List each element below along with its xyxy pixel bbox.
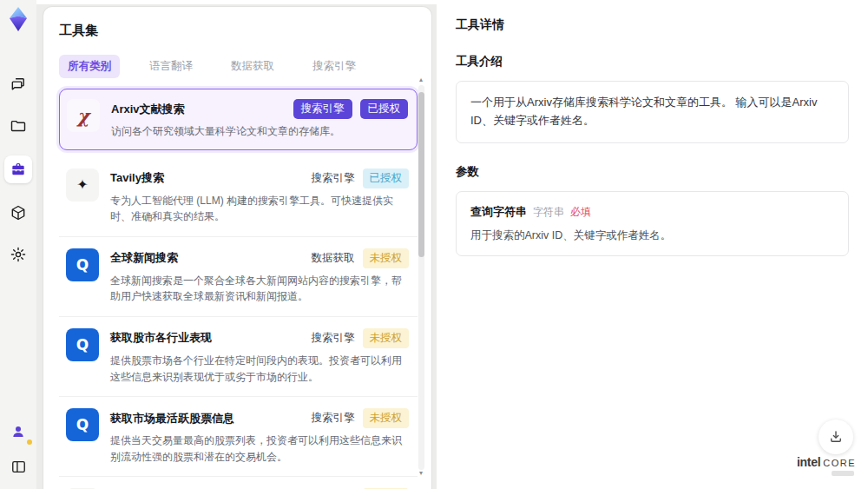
params-heading: 参数	[456, 164, 849, 180]
blueq-icon: Q	[66, 248, 99, 281]
param-box: 查询字符串 字符串 必填 用于搜索的Arxiv ID、关键字或作者姓名。	[456, 191, 849, 256]
tab-2[interactable]: 数据获取	[222, 55, 283, 78]
intro-text: 一个用于从Arxiv存储库搜索科学论文和文章的工具。 输入可以是Arxiv ID…	[470, 94, 834, 130]
tool-status-badge: 已授权	[363, 169, 410, 188]
tab-1[interactable]: 语言翻译	[141, 55, 201, 78]
tool-card[interactable]: ✦ Tavily搜索 搜索引擎 已授权 专为人工智能代理 (LLM) 构建的搜索…	[59, 157, 418, 237]
chat-icon[interactable]	[6, 72, 30, 96]
intro-heading: 工具介绍	[456, 54, 849, 69]
tool-status-badge: 未授权	[363, 248, 410, 268]
window-top-strip	[0, 0, 868, 4]
param-required-label: 必填	[570, 205, 591, 220]
cube-icon[interactable]	[6, 201, 30, 225]
folder-icon[interactable]	[6, 114, 30, 138]
tool-details-panel: 工具详情 工具介绍 一个用于从Arxiv存储库搜索科学论文和文章的工具。 输入可…	[437, 0, 868, 489]
settings-icon[interactable]	[6, 242, 30, 267]
tool-title: 获取股市各行业表现	[110, 330, 212, 346]
category-tabs: 所有类别语言翻译数据获取搜索引擎	[59, 55, 418, 78]
tool-description: 专为人工智能代理 (LLM) 构建的搜索引擎工具。可快速提供实时、准确和真实的结…	[110, 193, 409, 225]
toolbox-icon[interactable]	[4, 155, 32, 183]
download-button[interactable]	[819, 420, 853, 454]
intel-core-logo: intel core	[797, 455, 856, 476]
brand-intel-text: intel	[797, 455, 820, 469]
app-logo-icon	[7, 6, 30, 32]
scrollbar-track[interactable]	[418, 85, 424, 470]
user-status-dot	[27, 439, 32, 445]
tool-title: 获取市场最活跃股票信息	[110, 411, 234, 426]
app-sidebar	[0, 0, 36, 489]
tool-description: 全球新闻搜索是一个聚合全球各大新闻网站内容的搜索引擎，帮助用户快速获取全球最新资…	[110, 273, 409, 305]
tool-card[interactable]: Q 获取股市各行业表现 搜索引擎 未授权 提供股票市场各个行业在特定时间段内的表…	[59, 317, 418, 397]
tool-card[interactable]: χ Arxiv文献搜索 搜索引擎 已授权 访问各个研究领域大量科学论文和文章的存…	[59, 89, 418, 150]
tool-category-badge: 搜索引擎	[312, 411, 355, 426]
tool-title: 全球新闻搜索	[110, 250, 178, 266]
collapse-sidebar-icon[interactable]	[6, 454, 30, 479]
arxiv-icon: χ	[67, 99, 100, 132]
brand-subtext	[832, 471, 854, 476]
scrollbar-thumb[interactable]	[418, 92, 424, 257]
tool-category-badge: 搜索引擎	[312, 171, 355, 186]
tool-title: Arxiv文献搜索	[111, 102, 185, 117]
toolset-title: 工具集	[59, 23, 418, 39]
download-icon	[828, 429, 844, 445]
param-description: 用于搜索的Arxiv ID、关键字或作者姓名。	[470, 228, 834, 243]
tool-category-badge: 搜索引擎	[293, 99, 352, 119]
toolset-panel: 工具集 所有类别语言翻译数据获取搜索引擎 χ Arxiv文献搜索 搜索引擎 已授…	[43, 7, 431, 489]
intro-box: 一个用于从Arxiv存储库搜索科学论文和文章的工具。 输入可以是Arxiv ID…	[456, 81, 849, 143]
tool-status-badge: 未授权	[363, 328, 410, 348]
details-title: 工具详情	[456, 17, 849, 33]
tavily-icon: ✦	[66, 169, 99, 202]
tool-description: 访问各个研究领域大量科学论文和文章的存储库。	[111, 123, 408, 140]
tab-3[interactable]: 搜索引擎	[304, 55, 365, 78]
param-name: 查询字符串	[470, 204, 527, 220]
tool-category-badge: 数据获取	[312, 251, 355, 266]
tool-description: 提供股票市场各个行业在特定时间段内的表现。投资者可以利用这些信息来识别表现优于或…	[110, 353, 409, 385]
tool-card[interactable]: Q 全球新闻搜索 数据获取 未授权 全球新闻搜索是一个聚合全球各大新闻网站内容的…	[59, 237, 418, 317]
tool-status-badge: 已授权	[360, 99, 409, 119]
tool-title: Tavily搜索	[110, 170, 164, 186]
tool-description: 提供当天交易量最高的股票列表，投资者可以利用这些信息来识别流动性强的股票和潜在的…	[110, 433, 409, 465]
blueq-icon: Q	[66, 328, 99, 361]
tab-0[interactable]: 所有类别	[59, 55, 120, 78]
blueq-icon: Q	[66, 408, 99, 441]
tool-card[interactable]: Q 获取市场最活跃股票信息 搜索引擎 未授权 提供当天交易量最高的股票列表，投资…	[59, 397, 418, 477]
brand-core-text: core	[823, 458, 856, 468]
tool-list: χ Arxiv文献搜索 搜索引擎 已授权 访问各个研究领域大量科学论文和文章的存…	[59, 89, 418, 489]
scrollbar-down-icon[interactable]: ▾	[419, 470, 423, 479]
tool-status-badge: 未授权	[363, 408, 410, 428]
tool-category-badge: 搜索引擎	[312, 331, 355, 346]
scrollbar-up-icon[interactable]: ▴	[419, 76, 423, 85]
list-scrollbar[interactable]: ▴ ▾	[418, 76, 424, 479]
param-type: 字符串	[533, 205, 564, 220]
user-icon[interactable]	[6, 420, 30, 444]
tool-card[interactable]: 万维地区新闻查询 搜索引擎 未授权 查询具体行政区划内的新闻，快速了解各地新闻动	[59, 477, 418, 489]
